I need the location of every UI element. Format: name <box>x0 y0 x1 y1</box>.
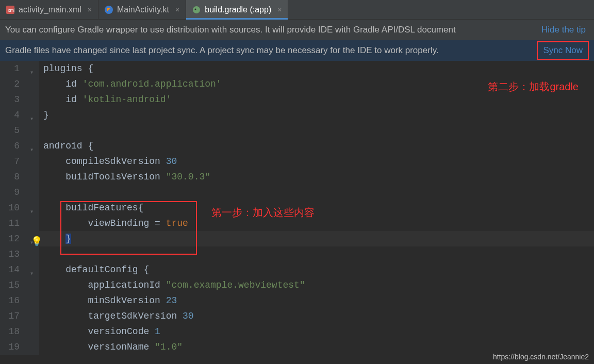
fold-toggle-icon[interactable]: ▾ <box>30 142 34 158</box>
line-number: 7 <box>0 154 20 169</box>
code-line[interactable]: viewBinding = true <box>43 216 594 231</box>
editor-tabs: xml activity_main.xml × MainActivity.kt … <box>0 0 594 20</box>
code-line[interactable] <box>43 185 594 200</box>
line-number: 1 <box>0 61 20 76</box>
watermark-text: https://blog.csdn.net/Jeannie2 <box>493 353 589 361</box>
code-line[interactable] <box>43 246 594 262</box>
kotlin-file-icon <box>105 6 113 14</box>
fold-toggle-icon[interactable]: ▾ <box>30 204 34 220</box>
line-number: 18 <box>0 324 20 339</box>
svg-point-4 <box>195 8 196 10</box>
code-line[interactable]: minSdkVersion 23 <box>43 293 594 308</box>
line-number: 13 <box>0 246 20 262</box>
tab-main-activity[interactable]: MainActivity.kt × <box>98 0 186 19</box>
line-number: 9 <box>0 185 20 200</box>
tab-label: activity_main.xml <box>19 5 81 14</box>
line-number: 8 <box>0 169 20 185</box>
annotation-text-step1: 第一步：加入这些内容 <box>211 206 315 220</box>
line-number: 10 <box>0 200 20 216</box>
sync-now-link[interactable]: Sync Now <box>537 41 589 60</box>
code-line[interactable] <box>43 123 594 138</box>
code-line[interactable]: buildToolsVersion "30.0.3" <box>43 169 594 185</box>
gradle-sync-bar: Gradle files have changed since last pro… <box>0 40 594 61</box>
close-icon[interactable]: × <box>88 6 92 14</box>
intention-bulb-icon[interactable]: 💡 <box>31 236 42 247</box>
close-icon[interactable]: × <box>277 6 282 14</box>
tab-label: build.gradle (:app) <box>205 5 271 14</box>
fold-toggle-icon[interactable]: ▾ <box>30 65 34 80</box>
code-line[interactable]: versionCode 1 <box>43 324 594 339</box>
xml-file-icon: xml <box>6 6 14 14</box>
line-number: 3 <box>0 92 20 107</box>
code-line[interactable]: } <box>43 231 594 246</box>
tab-label: MainActivity.kt <box>117 5 169 14</box>
svg-point-3 <box>193 6 200 13</box>
fold-column: ▾▾▾▾▾▾ <box>29 61 39 355</box>
fold-toggle-icon[interactable]: ▾ <box>30 266 34 282</box>
code-line[interactable]: applicationId "com.example.webviewtest" <box>43 277 594 293</box>
code-line[interactable]: defaultConfig { <box>43 262 594 277</box>
tip-text: You can configure Gradle wrapper to use … <box>5 25 456 35</box>
tab-build-gradle[interactable]: build.gradle (:app) × <box>186 0 288 19</box>
code-line[interactable]: id 'kotlin-android' <box>43 92 594 107</box>
hide-tip-link[interactable]: Hide the tip <box>538 25 589 35</box>
code-line[interactable]: buildFeatures{ <box>43 200 594 216</box>
line-number: 16 <box>0 293 20 308</box>
code-line[interactable]: } <box>43 107 594 123</box>
line-number: 11 <box>0 216 20 231</box>
line-number-gutter: 12345678910111213141516171819 <box>0 61 29 355</box>
line-number: 5 <box>0 123 20 138</box>
close-icon[interactable]: × <box>175 6 179 14</box>
code-area[interactable]: plugins { id 'com.android.application' i… <box>39 61 594 355</box>
code-line[interactable]: compileSdkVersion 30 <box>43 154 594 169</box>
line-number: 6 <box>0 138 20 154</box>
annotation-text-step2: 第二步：加载gradle <box>488 80 579 94</box>
code-line[interactable]: targetSdkVersion 30 <box>43 308 594 324</box>
tab-activity-main[interactable]: xml activity_main.xml × <box>0 0 98 19</box>
sync-text: Gradle files have changed since last pro… <box>5 45 439 56</box>
line-number: 4 <box>0 107 20 123</box>
line-number: 14 <box>0 262 20 277</box>
svg-text:xml: xml <box>8 8 14 13</box>
line-number: 17 <box>0 308 20 324</box>
line-number: 12 <box>0 231 20 246</box>
gradle-wrapper-tip-bar: You can configure Gradle wrapper to use … <box>0 20 594 40</box>
line-number: 19 <box>0 339 20 355</box>
code-line[interactable]: plugins { <box>43 61 594 76</box>
code-line[interactable]: android { <box>43 138 594 154</box>
fold-toggle-icon[interactable]: ▾ <box>30 111 34 127</box>
gradle-elephant-icon <box>192 6 201 14</box>
line-number: 15 <box>0 277 20 293</box>
line-number: 2 <box>0 76 20 92</box>
